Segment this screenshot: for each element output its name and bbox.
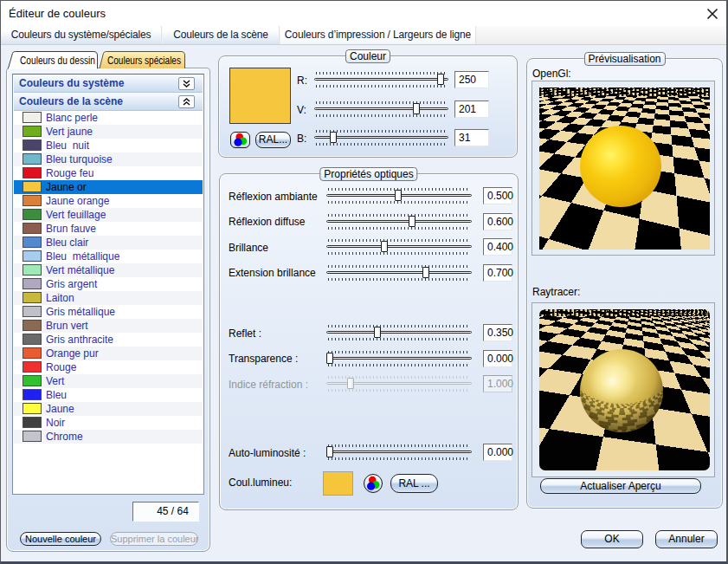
svg-text:Couleurs du dessin: Couleurs du dessin [20, 55, 95, 67]
svg-text:Couleurs spéciales: Couleurs spéciales [107, 55, 181, 67]
